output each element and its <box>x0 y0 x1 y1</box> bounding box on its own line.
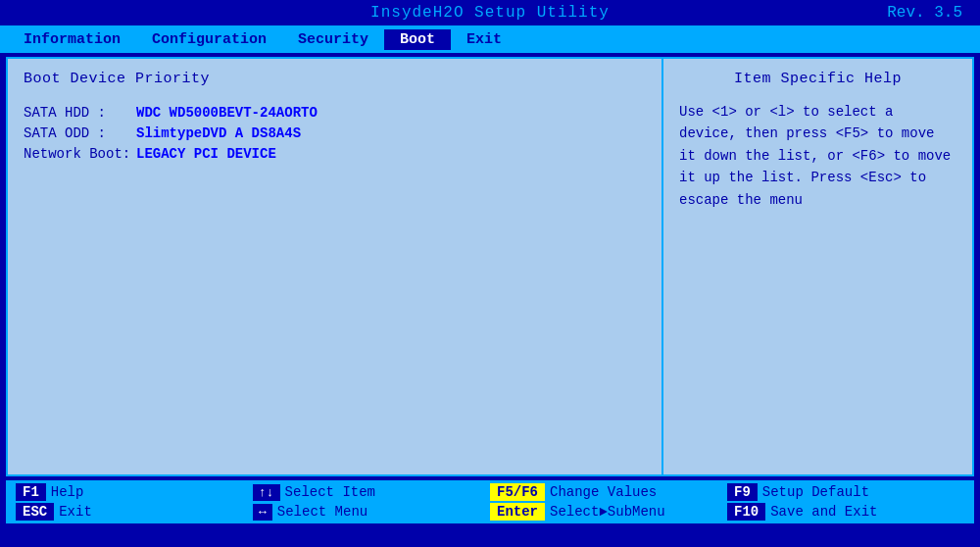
boot-entry-network: Network Boot: LEGACY PCI DEVICE <box>24 146 646 162</box>
menu-item-exit[interactable]: Exit <box>451 29 517 50</box>
footer-row-2: ESC Exit ↔ Select Menu Enter Select►SubM… <box>16 502 964 522</box>
menu-item-information[interactable]: Information <box>8 29 136 50</box>
footer-cell-updown: ↑↓ Select Item <box>253 484 490 501</box>
esc-desc: Exit <box>59 504 92 520</box>
footer-cell-f10: F10 Save and Exit <box>727 503 964 521</box>
footer-cell-f5f6: F5/F6 Change Values <box>490 483 727 501</box>
menu-item-boot[interactable]: Boot <box>384 29 451 50</box>
boot-label-sata-hdd: SATA HDD : <box>24 105 136 121</box>
leftright-desc: Select Menu <box>277 504 368 520</box>
boot-entry-sata-hdd: SATA HDD : WDC WD5000BEVT-24AORTO <box>24 105 646 121</box>
boot-label-network: Network Boot: <box>24 146 136 162</box>
boot-value-sata-odd: SlimtypeDVD A DS8A4S <box>136 125 301 141</box>
footer-cell-f1: F1 Help <box>16 483 253 501</box>
f1-desc: Help <box>51 484 84 500</box>
f9-key[interactable]: F9 <box>727 483 758 501</box>
right-panel: Item Specific Help Use <1> or <l> to sel… <box>663 59 972 474</box>
menu-item-security[interactable]: Security <box>282 29 384 50</box>
f1-key[interactable]: F1 <box>16 483 46 501</box>
boot-priority-heading: Boot Device Priority <box>24 71 646 87</box>
footer: F1 Help ↑↓ Select Item F5/F6 Change Valu… <box>6 480 974 523</box>
updown-desc: Select Item <box>285 484 375 500</box>
footer-cell-leftright: ↔ Select Menu <box>253 504 490 521</box>
boot-value-network: LEGACY PCI DEVICE <box>136 146 276 162</box>
footer-cell-enter: Enter Select►SubMenu <box>490 503 727 521</box>
footer-row-1: F1 Help ↑↓ Select Item F5/F6 Change Valu… <box>16 482 964 502</box>
left-panel: Boot Device Priority SATA HDD : WDC WD50… <box>8 59 663 474</box>
app-title: InsydeH2O Setup Utility <box>370 4 610 22</box>
esc-key[interactable]: ESC <box>16 503 54 521</box>
menu-bar: Information Configuration Security Boot … <box>0 26 980 53</box>
menu-item-configuration[interactable]: Configuration <box>136 29 282 50</box>
main-content: Boot Device Priority SATA HDD : WDC WD50… <box>6 57 974 476</box>
f5f6-desc: Change Values <box>550 484 657 500</box>
boot-value-sata-hdd: WDC WD5000BEVT-24AORTO <box>136 105 318 121</box>
f9-desc: Setup Default <box>762 484 869 500</box>
f10-desc: Save and Exit <box>770 504 877 520</box>
boot-entry-sata-odd: SATA ODD : SlimtypeDVD A DS8A4S <box>24 125 646 141</box>
help-text: Use <1> or <l> to select a device, then … <box>679 101 956 211</box>
f10-key[interactable]: F10 <box>727 503 765 521</box>
boot-label-sata-odd: SATA ODD : <box>24 125 136 141</box>
footer-cell-f9: F9 Setup Default <box>727 483 964 501</box>
enter-desc: Select►SubMenu <box>550 504 665 520</box>
app-rev: Rev. 3.5 <box>887 4 962 22</box>
leftright-arrow-icon: ↔ <box>253 504 272 521</box>
enter-key[interactable]: Enter <box>490 503 545 521</box>
updown-arrow-icon: ↑↓ <box>253 484 280 501</box>
help-heading: Item Specific Help <box>679 71 956 87</box>
f5f6-key[interactable]: F5/F6 <box>490 483 545 501</box>
footer-cell-esc: ESC Exit <box>16 503 253 521</box>
